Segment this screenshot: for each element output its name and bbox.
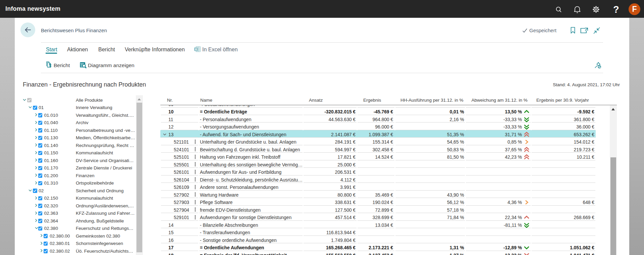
- svg-text:X: X: [195, 47, 197, 51]
